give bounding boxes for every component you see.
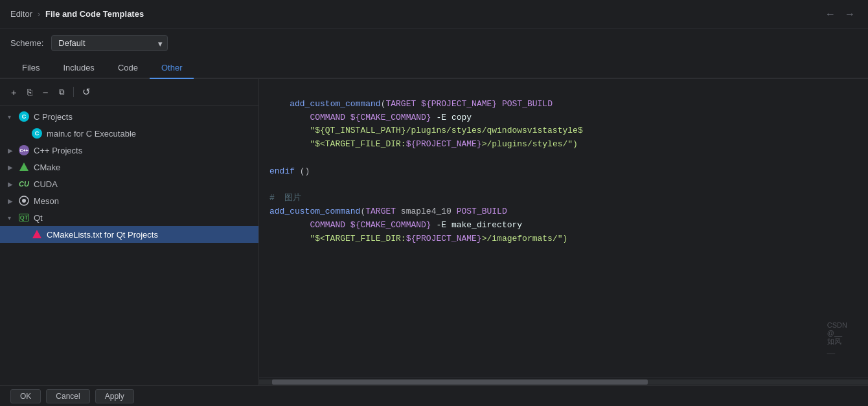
tree-item-meson[interactable]: ▶ Meson (0, 192, 258, 209)
back-button[interactable]: ← (823, 7, 838, 21)
breadcrumb-title: File and Code Templates (45, 9, 144, 19)
c-projects-label: C Projects (34, 112, 251, 122)
ok-button[interactable]: OK (10, 389, 41, 403)
breadcrumb-sep: › (38, 10, 40, 19)
cmake-label: CMake (34, 163, 251, 172)
watermark: CSDN @__如风__ (827, 321, 847, 354)
h-scrollbar[interactable] (259, 378, 868, 385)
scrollbar-track (259, 379, 868, 385)
chevron-qt: ▾ (8, 214, 18, 221)
cancel-button[interactable]: Cancel (46, 389, 89, 403)
code-editor: add_custom_command(TARGET ${PROJECT_NAME… (259, 79, 868, 385)
meson-label: Meson (34, 196, 251, 206)
cuda-icon: CU (18, 178, 30, 190)
cmake-icon (18, 161, 30, 173)
tree-item-main-c[interactable]: ▶ C main.c for C Executable (0, 125, 258, 142)
meson-icon (18, 195, 30, 207)
file-tree: ▾ C C Projects ▶ C main.c for C Executab… (0, 106, 258, 385)
c-projects-icon: C (18, 111, 30, 122)
scrollbar-thumb[interactable] (272, 379, 648, 385)
cuda-label: CUDA (34, 179, 251, 189)
main-c-icon: C (31, 128, 43, 139)
add-button[interactable]: + (8, 85, 20, 100)
main-content: + ⎘ − ⧉ ↺ ▾ C C Projects ▶ C main.c for … (0, 79, 868, 385)
tree-item-qt[interactable]: ▾ QT Qt (0, 209, 258, 226)
tree-item-cuda[interactable]: ▶ CU CUDA (0, 175, 258, 192)
header: Editor › File and Code Templates ← → (0, 0, 868, 28)
tab-files[interactable]: Files (10, 58, 51, 79)
breadcrumb-editor: Editor (10, 9, 32, 19)
chevron-c-projects: ▾ (8, 113, 18, 120)
cpp-label: C++ Projects (34, 146, 251, 155)
scheme-select[interactable]: Default (51, 35, 168, 51)
code-content[interactable]: add_custom_command(TARGET ${PROJECT_NAME… (259, 79, 868, 264)
duplicate-button[interactable]: ⧉ (56, 85, 68, 98)
tree-item-cmake[interactable]: ▶ CMake (0, 159, 258, 175)
bottom-bar: OK Cancel Apply (0, 385, 868, 406)
scheme-label: Scheme: (10, 38, 43, 48)
cpp-icon: C++ (18, 144, 30, 156)
main-c-label: main.c for C Executable (47, 129, 251, 139)
tree-item-cpp-projects[interactable]: ▶ C++ C++ Projects (0, 142, 258, 159)
tree-item-c-projects[interactable]: ▾ C C Projects (0, 108, 258, 125)
svg-marker-0 (19, 163, 29, 171)
reset-button[interactable]: ↺ (79, 84, 94, 100)
header-nav: ← → (823, 7, 858, 21)
tab-includes[interactable]: Includes (51, 58, 106, 79)
apply-button[interactable]: Apply (95, 389, 134, 403)
cmakelists-qt-label: CMakeLists.txt for Qt Projects (47, 230, 251, 240)
svg-point-2 (22, 199, 26, 203)
tree-item-cmakelists-qt[interactable]: ▶ CMakeLists.txt for Qt Projects (0, 226, 258, 243)
scheme-select-wrapper: Default (51, 35, 168, 51)
breadcrumb: Editor › File and Code Templates (10, 9, 144, 19)
chevron-cpp: ▶ (8, 147, 18, 154)
tab-code[interactable]: Code (106, 58, 150, 79)
qt-label: Qt (34, 213, 251, 223)
chevron-cmake: ▶ (8, 164, 18, 171)
forward-button[interactable]: → (842, 7, 858, 21)
sidebar-toolbar: + ⎘ − ⧉ ↺ (0, 79, 258, 106)
tabs-bar: Files Includes Code Other (0, 58, 868, 79)
sidebar: + ⎘ − ⧉ ↺ ▾ C C Projects ▶ C main.c for … (0, 79, 259, 385)
qt-icon: QT (18, 212, 30, 223)
toolbar-separator (73, 87, 74, 97)
chevron-cuda: ▶ (8, 181, 18, 188)
remove-button[interactable]: − (40, 85, 52, 100)
tab-other[interactable]: Other (150, 58, 194, 79)
scheme-row: Scheme: Default (0, 28, 868, 58)
svg-marker-3 (32, 230, 41, 238)
chevron-meson: ▶ (8, 197, 18, 205)
copy-button[interactable]: ⎘ (24, 85, 36, 99)
cmakelists-qt-icon (31, 229, 43, 240)
